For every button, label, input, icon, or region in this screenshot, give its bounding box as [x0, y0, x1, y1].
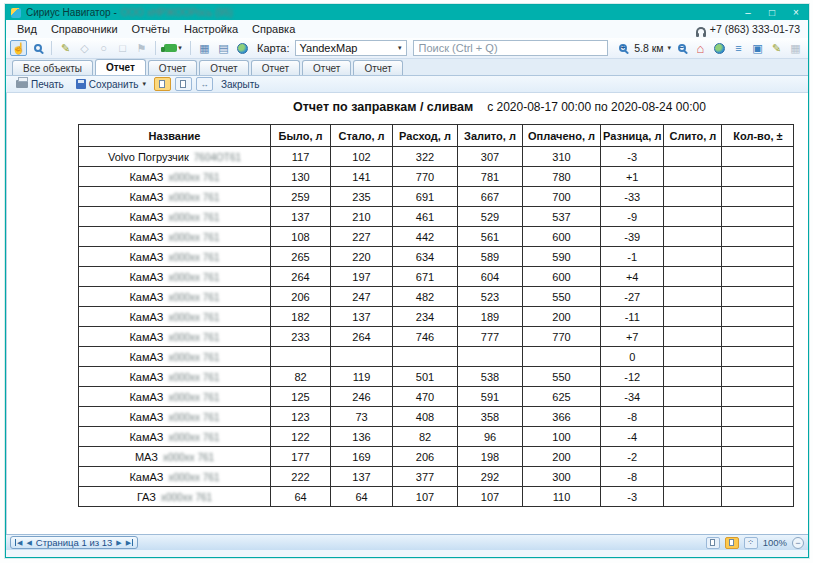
home-icon[interactable]: ⌂ [692, 40, 709, 56]
table-view-icon[interactable]: ▦ [196, 40, 213, 56]
flag-tool-icon[interactable]: ⚑ [133, 40, 150, 56]
value-cell [664, 207, 722, 227]
pan-tool-icon[interactable]: ☝ [10, 40, 27, 56]
tab-all-objects[interactable]: Все объекты [12, 60, 93, 75]
vehicle-name-cell: КамАЗх000хх 761 [79, 367, 271, 387]
multi-page-mode-button[interactable]: ⁘ [744, 537, 758, 549]
value-cell [664, 387, 722, 407]
map-search-icon[interactable] [29, 40, 46, 56]
map-label: Карта: [257, 42, 290, 54]
tab-report-5[interactable]: Отчет [302, 60, 351, 75]
table-row: ГАЗх000хх 7616464107107110-3 [79, 487, 794, 507]
vehicle-plate-redacted: х000хх 761 [168, 372, 219, 383]
value-cell: 233 [271, 327, 331, 347]
table-row: МАЗх000хх 761177169206198200-2 [79, 447, 794, 467]
value-cell [722, 167, 794, 187]
printer-icon [16, 80, 28, 88]
object-list-icon[interactable]: ≡ [730, 40, 747, 56]
value-cell: +7 [601, 327, 664, 347]
vehicle-plate-redacted: х000хх 761 [168, 332, 219, 343]
tab-report-4[interactable]: Отчет [251, 60, 300, 75]
menu-item-3[interactable]: Настройка [177, 20, 245, 38]
rect-tool-icon[interactable]: □ [114, 40, 131, 56]
vehicle-name: КамАЗ [129, 411, 163, 423]
print-button[interactable]: Печать [12, 78, 68, 91]
value-cell: +4 [601, 267, 664, 287]
table-row: КамАЗх000хх 76112373408358366-8 [79, 407, 794, 427]
headset-icon [696, 27, 706, 35]
fit-width-view-button[interactable]: ↔ [196, 77, 213, 91]
value-cell [458, 347, 523, 367]
save-button[interactable]: Сохранить ▾ [72, 78, 150, 91]
title-bar: Сириус Навигатор -ООО хНРЖООРось (95) – … [6, 5, 808, 20]
first-page-icon[interactable]: ◀ [15, 539, 22, 546]
vehicle-name: КамАЗ [129, 391, 163, 403]
tab-report-6[interactable]: Отчет [353, 60, 402, 75]
value-cell [722, 147, 794, 167]
screenshot-icon[interactable]: ▦ [787, 40, 804, 56]
value-cell: 108 [271, 227, 331, 247]
globe-icon[interactable] [234, 40, 251, 56]
polygon-tool-icon[interactable]: ◇ [76, 40, 93, 56]
value-cell: 122 [271, 427, 331, 447]
value-cell: 591 [458, 387, 523, 407]
menu-item-2[interactable]: Отчёты [125, 20, 177, 38]
page-mode-button[interactable] [706, 537, 720, 549]
menu-item-4[interactable]: Справка [245, 20, 302, 38]
last-page-icon[interactable]: ▶ [126, 539, 133, 546]
minimize-button[interactable]: – [736, 5, 760, 20]
scale-dropdown-icon[interactable]: ▾ [667, 44, 671, 52]
circle-tool-icon[interactable]: ○ [95, 40, 112, 56]
menu-item-1[interactable]: Справочники [44, 20, 125, 38]
value-cell: 210 [331, 207, 393, 227]
ruler-icon[interactable]: ▤ [215, 40, 232, 56]
zoom-in-map-icon[interactable]: + [614, 40, 631, 56]
page-navigator: ◀ ◀ Страница 1 из 13 ▶ ▶ [10, 536, 138, 549]
vehicle-name: ГАЗ [137, 491, 156, 503]
vehicle-plate-redacted: х000хх 761 [168, 472, 219, 483]
select-area-icon[interactable]: ▣ [749, 40, 766, 56]
vehicle-name-cell: КамАЗх000хх 761 [79, 267, 271, 287]
value-cell: 781 [458, 167, 523, 187]
value-cell [722, 387, 794, 407]
close-report-button[interactable]: Закрыть [217, 78, 264, 91]
tab-report-3[interactable]: Отчет [199, 60, 248, 75]
value-cell: 777 [458, 327, 523, 347]
edit-geozone-icon[interactable]: ✎ [57, 40, 74, 56]
full-page-view-button[interactable] [175, 77, 192, 91]
close-button[interactable]: × [784, 5, 808, 20]
tab-report-1[interactable]: Отчет [95, 59, 146, 75]
zoom-out-icon[interactable]: − [792, 537, 804, 549]
value-cell: 634 [393, 247, 458, 267]
page-icon [180, 80, 186, 88]
value-cell: 307 [458, 147, 523, 167]
world-map-icon[interactable] [711, 40, 728, 56]
chevron-down-icon: ▾ [398, 44, 402, 52]
vehicle-name-cell: Volvo Погрузчик7604ОТ61 [79, 147, 271, 167]
notes-icon[interactable]: ✎ [768, 40, 785, 56]
next-page-icon[interactable]: ▶ [116, 539, 121, 546]
vehicle-name-cell: КамАЗх000хх 761 [79, 247, 271, 267]
prev-page-icon[interactable]: ◀ [26, 539, 31, 546]
vehicle-plate-redacted: х000хх 761 [168, 312, 219, 323]
value-cell [722, 227, 794, 247]
value-cell: 600 [523, 267, 601, 287]
value-cell [664, 187, 722, 207]
single-page-view-button[interactable] [154, 77, 171, 91]
vehicle-name: КамАЗ [129, 211, 163, 223]
search-input[interactable] [413, 40, 609, 56]
value-cell: -1 [601, 247, 664, 267]
fit-page-mode-button[interactable] [725, 537, 739, 549]
maximize-button[interactable]: □ [760, 5, 784, 20]
report-period: с 2020-08-17 00:00 по 2020-08-24 00:00 [487, 100, 706, 114]
vehicle-menu-icon[interactable]: ▾ [161, 40, 185, 56]
zoom-out-map-icon[interactable]: − [673, 40, 690, 56]
map-provider-select[interactable]: YandexMap ▾ [295, 40, 407, 56]
value-cell: 96 [458, 427, 523, 447]
vehicle-name-cell: КамАЗх000хх 761 [79, 427, 271, 447]
value-cell: 310 [523, 147, 601, 167]
value-cell: 198 [458, 447, 523, 467]
tab-report-2[interactable]: Отчет [148, 60, 197, 75]
menu-item-0[interactable]: Вид [10, 20, 44, 38]
value-cell [664, 407, 722, 427]
